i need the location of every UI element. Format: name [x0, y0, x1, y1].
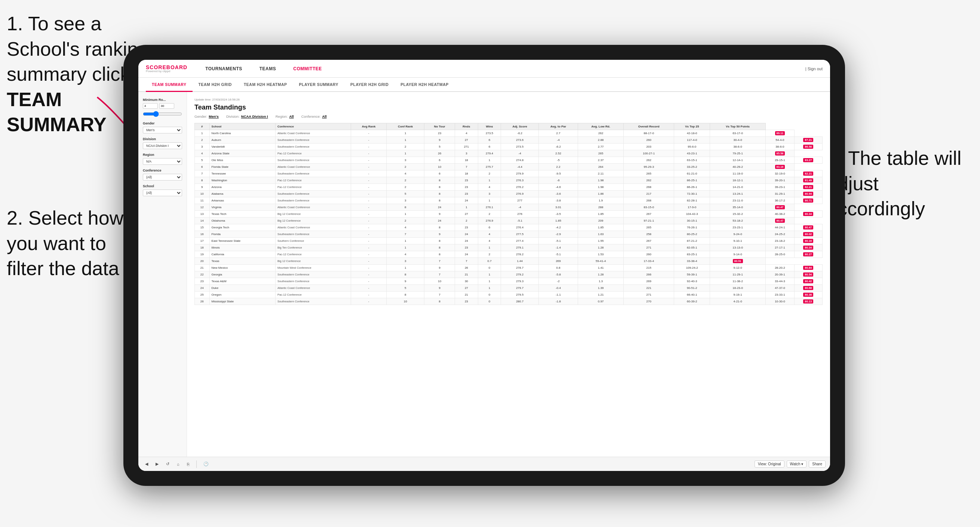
- cell-school[interactable]: Auburn: [209, 137, 275, 143]
- nav-teams[interactable]: TEAMS: [256, 65, 279, 73]
- cell-school[interactable]: California: [209, 251, 275, 258]
- nav-tournaments[interactable]: TOURNAMENTS: [202, 65, 245, 73]
- school-select[interactable]: (All): [143, 189, 182, 196]
- table-row[interactable]: 11ArkansasSoutheastern Conference-382412…: [195, 197, 822, 204]
- cell-school[interactable]: New Mexico: [209, 265, 275, 271]
- table-row[interactable]: 5Ole MissSoutheastern Conference-3618127…: [195, 157, 822, 164]
- max-rou-input[interactable]: [159, 103, 174, 109]
- cell-10: 1.28: [578, 271, 624, 278]
- cell-school[interactable]: Arkansas: [209, 197, 275, 204]
- cell-school[interactable]: Vanderbilt: [209, 143, 275, 150]
- rou-slider[interactable]: [143, 111, 182, 117]
- table-row[interactable]: 7TennesseeSoutheastern Conference-461822…: [195, 170, 822, 177]
- gender-filter-value[interactable]: Men's: [208, 114, 219, 119]
- toolbar-forward[interactable]: ▶: [153, 460, 161, 468]
- cell-school[interactable]: Texas A&M: [209, 278, 275, 285]
- table-row[interactable]: 1North CarolinaAtlantic Coast Conference…: [195, 130, 822, 137]
- cell-school[interactable]: North Carolina: [209, 130, 275, 137]
- toolbar-share-btn[interactable]: Share: [809, 460, 826, 468]
- region-filter-value[interactable]: All: [290, 114, 294, 119]
- cell-school[interactable]: Florida State: [209, 164, 275, 170]
- cell-school[interactable]: Arizona State: [209, 150, 275, 157]
- table-row[interactable]: 14OklahomaBig 12 Conference-2242276.9-5.…: [195, 217, 822, 224]
- table-row[interactable]: 25OregonPac-12 Conference-87210279.5-1.1…: [195, 292, 822, 298]
- cell-school[interactable]: Arizona: [209, 184, 275, 190]
- subnav-team-summary[interactable]: TEAM SUMMARY: [146, 78, 192, 92]
- table-row[interactable]: 12VirginiaAtlantic Coast Conference-8241…: [195, 204, 822, 211]
- subnav-team-h2h-grid[interactable]: TEAM H2H GRID: [192, 78, 238, 92]
- cell-12: 43-23-1: [674, 150, 710, 157]
- cell-school[interactable]: Alabama: [209, 190, 275, 197]
- division-filter-pill: Division: NCAA Division I: [226, 114, 268, 119]
- gender-select[interactable]: Men's Women's: [143, 127, 182, 133]
- table-row[interactable]: 18IllinoisBig Ten Conference-18231279.1-…: [195, 244, 822, 251]
- table-row[interactable]: 26Mississippi StateSoutheastern Conferen…: [195, 298, 822, 305]
- min-rou-input[interactable]: [143, 103, 158, 109]
- cell-school[interactable]: Washington: [209, 177, 275, 184]
- cell-rank: 4: [195, 150, 210, 157]
- cell-school[interactable]: Texas Tech: [209, 211, 275, 217]
- cell-school[interactable]: Oklahoma: [209, 217, 275, 224]
- cell-11: 88-17-0: [624, 130, 674, 137]
- subnav-player-h2h-heatmap[interactable]: PLAYER H2H HEATMAP: [395, 78, 455, 92]
- conference-filter-value[interactable]: All: [322, 114, 326, 119]
- toolbar-back[interactable]: ◀: [143, 460, 150, 468]
- cell-12: 61-21-0: [674, 170, 710, 177]
- cell-school[interactable]: Tennessee: [209, 170, 275, 177]
- table-row[interactable]: 2AuburnSoutheastern Conference-19276273.…: [195, 137, 822, 143]
- table-row[interactable]: 4Arizona StatePac-12 Conference-1263279.…: [195, 150, 822, 157]
- cell-school[interactable]: Georgia: [209, 271, 275, 278]
- cell-school[interactable]: Duke: [209, 285, 275, 292]
- cell-school[interactable]: Illinois: [209, 244, 275, 251]
- toolbar-view-btn[interactable]: View: Original: [754, 460, 784, 468]
- cell-school[interactable]: Florida: [209, 231, 275, 238]
- cell-5: 8: [425, 244, 455, 251]
- subnav-player-h2h-grid[interactable]: PLAYER H2H GRID: [344, 78, 395, 92]
- table-row[interactable]: 23Texas A&MSoutheastern Conference-91030…: [195, 278, 822, 285]
- cell-rank: 16: [195, 231, 210, 238]
- division-filter-value[interactable]: NCAA Division I: [241, 114, 268, 119]
- table-row[interactable]: 13Texas TechBig 12 Conference-19272276-3…: [195, 211, 822, 217]
- cell-5: 7: [425, 258, 455, 265]
- cell-3: -: [351, 244, 387, 251]
- cell-school[interactable]: East Tennessee State: [209, 238, 275, 244]
- table-row[interactable]: 10AlabamaSoutheastern Conference-5823327…: [195, 190, 822, 197]
- table-row[interactable]: 16FloridaSoutheastern Conference-7924427…: [195, 231, 822, 238]
- table-row[interactable]: 3VanderbiltSoutheastern Conference-25271…: [195, 143, 822, 150]
- subnav-player-summary[interactable]: PLAYER SUMMARY: [293, 78, 344, 92]
- toolbar-copy[interactable]: ⎘: [185, 461, 192, 468]
- table-row[interactable]: 9ArizonaPac-12 Conference-28234276.2-4.6…: [195, 184, 822, 190]
- cell-10: 2.37: [578, 157, 624, 164]
- cell-school[interactable]: Virginia: [209, 204, 275, 211]
- table-row[interactable]: 19CaliforniaPac-12 Conference-48242278.2…: [195, 251, 822, 258]
- toolbar-home[interactable]: ⌂: [175, 461, 182, 468]
- cell-school[interactable]: Georgia Tech: [209, 224, 275, 231]
- cell-6: 2: [455, 217, 478, 224]
- cell-7: 2: [478, 170, 501, 177]
- division-select[interactable]: NCAA Division I NCAA Division II NCAA Di…: [143, 143, 182, 149]
- subnav-team-h2h-heatmap[interactable]: TEAM H2H HEATMAP: [238, 78, 293, 92]
- cell-school[interactable]: Oregon: [209, 292, 275, 298]
- cell-school[interactable]: Texas: [209, 258, 275, 265]
- toolbar-clock[interactable]: 🕐: [201, 460, 211, 468]
- table-row[interactable]: 20TexasBig 12 Conference-3770.71.4426959…: [195, 258, 822, 265]
- table-row[interactable]: 22GeorgiaSoutheastern Conference-8721127…: [195, 271, 822, 278]
- toolbar-watch-btn[interactable]: Watch ▾: [787, 460, 807, 468]
- cell-11: 97-21-1: [624, 217, 674, 224]
- conference-select[interactable]: (All) Pac-12 Conference SEC: [143, 174, 182, 181]
- table-row[interactable]: 15Georgia TechAtlantic Coast Conference-…: [195, 224, 822, 231]
- cell-4: 1: [386, 150, 424, 157]
- table-row[interactable]: 17East Tennessee StateSouthern Conferenc…: [195, 238, 822, 244]
- table-row[interactable]: 8WashingtonPac-12 Conference-28231276.3-…: [195, 177, 822, 184]
- toolbar-refresh[interactable]: ↺: [164, 460, 172, 468]
- table-row[interactable]: 24DukeAtlantic Coast Conference-59271279…: [195, 285, 822, 292]
- table-row[interactable]: 6Florida StateAtlantic Coast Conference-…: [195, 164, 822, 170]
- cell-13: 11-38-2: [710, 278, 766, 285]
- score-badge: 80.13: [803, 299, 813, 303]
- region-select[interactable]: N/A All: [143, 158, 182, 165]
- cell-school[interactable]: Ole Miss: [209, 157, 275, 164]
- nav-signout[interactable]: | Sign out: [805, 67, 822, 71]
- cell-school[interactable]: Mississippi State: [209, 298, 275, 305]
- nav-committee[interactable]: COMMITTEE: [290, 65, 325, 73]
- table-row[interactable]: 21New MexicoMountain West Conference-192…: [195, 265, 822, 271]
